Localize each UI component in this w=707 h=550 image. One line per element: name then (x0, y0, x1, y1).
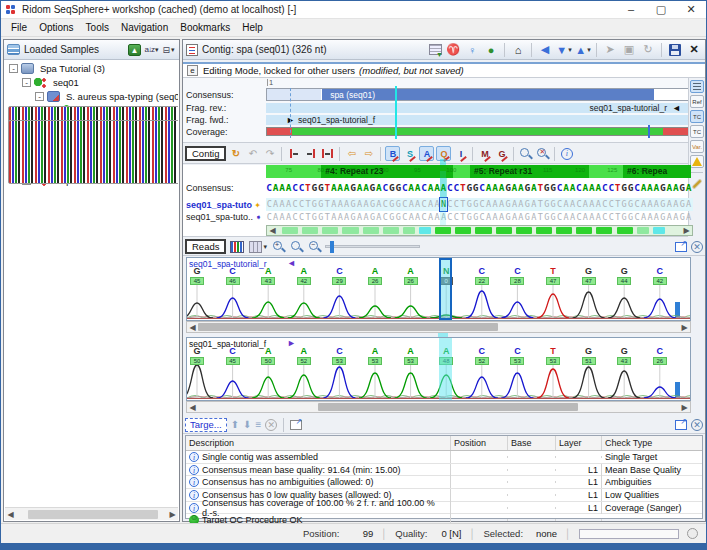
target-tab[interactable]: Targe... (185, 418, 227, 432)
back-icon[interactable]: ◀ (537, 42, 553, 57)
trace1-scrollbar[interactable]: ◀ ▶ (186, 321, 691, 333)
trace-base-call[interactable]: T (544, 346, 562, 356)
trace-base-call[interactable]: A (402, 266, 420, 276)
trim-right-icon[interactable] (303, 146, 318, 161)
tree-expand-toggle[interactable]: - (22, 78, 31, 87)
trace-base-call[interactable]: G (615, 346, 633, 356)
trace-base-call[interactable]: A (295, 346, 313, 356)
trace-base-call[interactable]: C (330, 346, 348, 356)
trace-base-call[interactable]: C (473, 266, 491, 276)
base-char[interactable]: A (685, 178, 691, 198)
tree-item[interactable]: -seq01 (5, 75, 178, 89)
maximize-button[interactable]: ▢ (646, 1, 676, 19)
col-layer[interactable]: Layer (556, 436, 602, 450)
move-down-icon[interactable]: ⬇ (243, 419, 251, 430)
qc-table-row[interactable]: iSingle contig was assembledSingle Targe… (186, 451, 702, 464)
tree-item-label[interactable]: S. aureus spa-typing (seq01) (63, 91, 178, 102)
edit-a-icon[interactable]: A (419, 146, 434, 161)
globe-icon[interactable]: ● (483, 42, 499, 57)
reload-icon[interactable]: ↻ (640, 42, 656, 57)
tree-item[interactable]: -S. aureus spa-typing (seq01) (5, 89, 178, 103)
reads-detach-icon[interactable] (675, 242, 687, 252)
contig-scrollbar[interactable]: ◀ ▶ (266, 225, 693, 236)
zoom-in-icon[interactable]: + (271, 239, 286, 254)
search-icon[interactable] (518, 146, 533, 161)
edit-g-icon[interactable]: G (494, 146, 509, 161)
col-position[interactable]: Position (451, 436, 508, 450)
scroll-right-arrow[interactable]: ▶ (167, 510, 178, 519)
trace-base-call[interactable]: C (651, 346, 669, 356)
menu-options[interactable]: Options (33, 21, 79, 34)
contig-scroll-track[interactable] (278, 226, 681, 235)
tree-expand-toggle[interactable]: - (9, 64, 18, 73)
trace-base-call[interactable]: A (295, 266, 313, 276)
undo-icon[interactable]: ↶ (245, 146, 260, 161)
trace-base-call[interactable]: C (330, 266, 348, 276)
table-view-icon[interactable]: ▼ (429, 44, 442, 55)
contig-tab[interactable]: Contig (185, 146, 226, 161)
minimize-button[interactable]: – (616, 1, 646, 19)
contig-scroll-right[interactable]: ▶ (681, 226, 692, 235)
tc-track-icon[interactable]: TC (690, 110, 704, 123)
warning-track-icon[interactable] (690, 155, 704, 168)
trace-base-call[interactable]: A (402, 346, 420, 356)
submit-icon[interactable]: ➤ (602, 42, 618, 57)
trace2-scroll-right[interactable]: ▶ (679, 403, 690, 412)
discard-icon[interactable]: ▣ (621, 42, 637, 57)
col-check-type[interactable]: Check Type (602, 436, 702, 450)
collapse-icon[interactable]: ⊟▾ (161, 43, 176, 57)
col-base[interactable]: Base (508, 436, 556, 450)
edit-i-icon[interactable]: I (453, 146, 468, 161)
qc-table-row[interactable]: iConsensus mean base quality: 91.64 (min… (186, 464, 702, 477)
edit-m-icon[interactable]: M (477, 146, 492, 161)
repeats-bar[interactable]: #4: Repeat r23#5: Repeat r31#6: Repea758… (266, 165, 691, 178)
trace-base-call[interactable]: A (366, 266, 384, 276)
reads-close-icon[interactable]: ✕ (691, 241, 703, 253)
menu-file[interactable]: File (5, 21, 33, 34)
frag-rev-bar[interactable]: seq01_spa-tutorial_r ◄ (266, 103, 689, 113)
trace-view-reverse[interactable]: seq01_spa-tutorial_r◄G45C46A43A42C29A26A… (186, 257, 691, 321)
trim-left-icon[interactable] (286, 146, 301, 161)
qc-table-row[interactable]: iConsensus has no ambiguities (allowed: … (186, 476, 702, 489)
reference-track-icon[interactable]: Ref (690, 95, 704, 108)
trace2-scroll-thumb[interactable] (318, 403, 578, 411)
edit-base-icon[interactable]: B (385, 146, 400, 161)
trace2-scroll-left[interactable]: ◀ (187, 403, 198, 412)
save-icon[interactable] (667, 42, 683, 57)
trim-both-icon[interactable] (320, 146, 335, 161)
tree-item-label[interactable]: Spa Tutorial (3) (37, 63, 108, 74)
menu-bookmarks[interactable]: Bookmarks (174, 21, 236, 34)
home-icon[interactable]: ⌂ (510, 42, 526, 57)
menu-tools[interactable]: Tools (80, 21, 115, 34)
tree-item-label[interactable]: seq01 (50, 77, 82, 88)
next-disagreement-icon[interactable]: ⇨ (361, 146, 376, 161)
search-clear-icon[interactable]: ✕ (535, 146, 550, 161)
qc-table-row[interactable]: iConsensus has coverage of 100.00 % 2 f.… (186, 502, 702, 515)
left-horizontal-scrollbar[interactable]: ◀ ▶ (5, 507, 178, 520)
import-icon[interactable]: ▲ (127, 43, 142, 57)
report-icon[interactable] (290, 420, 302, 430)
scroll-left-arrow[interactable]: ◀ (5, 510, 16, 519)
list-filter-icon[interactable]: ≡ (255, 419, 261, 430)
prev-disagreement-icon[interactable]: ⇦ (344, 146, 359, 161)
tree-item[interactable]: -Spa Tutorial (3) (5, 61, 178, 75)
info-icon[interactable]: i (559, 146, 574, 161)
contig-scroll-left[interactable]: ◀ (267, 226, 278, 235)
trace-scale-slider[interactable] (325, 245, 420, 248)
edit-s-icon[interactable]: S (402, 146, 417, 161)
lamp-icon[interactable]: ♀ (464, 42, 480, 57)
cursor-highlight-column[interactable] (439, 258, 452, 320)
trace-base-call[interactable]: C (508, 346, 526, 356)
close-button[interactable]: ✕ (676, 1, 706, 19)
tree-view-icon[interactable]: ♈ (445, 42, 461, 57)
consensus-overview-bar[interactable]: spa (seq01) (266, 88, 689, 101)
next-down-icon[interactable]: ▼▾ (556, 42, 572, 57)
col-description[interactable]: Description (186, 436, 451, 450)
trace-base-call[interactable]: A (366, 346, 384, 356)
trace1-scroll-right[interactable]: ▶ (679, 323, 690, 332)
base-char[interactable]: A (685, 198, 691, 211)
zoom-reset-icon[interactable] (289, 239, 304, 254)
tracks-list-icon[interactable] (690, 80, 704, 93)
menu-help[interactable]: Help (236, 21, 269, 34)
coverage-bar[interactable] (266, 127, 689, 136)
